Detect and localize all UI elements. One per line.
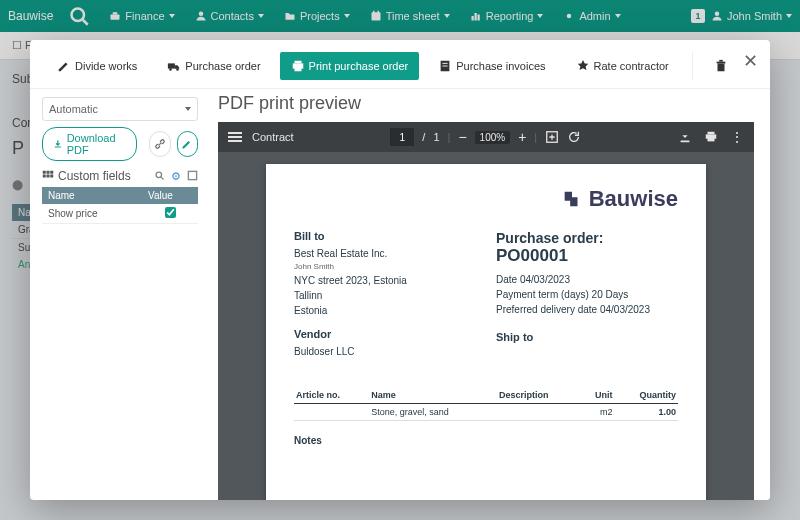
search-icon[interactable] <box>154 170 165 181</box>
purchase-invoices-button[interactable]: Purchase invoices <box>427 52 556 80</box>
rate-contractor-button[interactable]: Rate contractor <box>565 52 680 80</box>
custom-fields-table-head: Name Value <box>42 187 198 204</box>
pdf-viewer: Contract / 1 | − 100% + | <box>218 122 754 500</box>
po-number: PO00001 <box>496 246 678 266</box>
notes-heading: Notes <box>294 435 678 446</box>
pdf-logo: Bauwise <box>294 186 678 212</box>
svg-rect-22 <box>717 63 724 71</box>
collapse-icon[interactable] <box>187 170 198 181</box>
svg-rect-33 <box>188 171 196 179</box>
print-icon[interactable] <box>704 130 718 144</box>
edit-button[interactable] <box>177 131 198 157</box>
show-price-checkbox[interactable] <box>165 207 176 218</box>
svg-rect-35 <box>708 132 715 135</box>
svg-point-14 <box>170 68 173 71</box>
delete-button[interactable] <box>705 52 737 80</box>
sidebar: Automatic Download PDF <box>30 89 210 500</box>
bill-to-heading: Bill to <box>294 230 476 242</box>
chevron-down-icon <box>185 107 191 111</box>
custom-field-row: Show price <box>42 204 198 224</box>
vendor-heading: Vendor <box>294 328 476 340</box>
svg-rect-25 <box>43 171 46 174</box>
download-icon[interactable] <box>678 130 692 144</box>
grid-icon <box>42 170 54 182</box>
rotate-icon[interactable] <box>567 130 581 144</box>
link-button[interactable] <box>149 131 170 157</box>
more-icon[interactable]: ⋮ <box>730 129 744 145</box>
pencil-icon <box>57 59 71 73</box>
pdf-toolbar: Contract / 1 | − 100% + | <box>218 122 754 152</box>
pdf-page-container[interactable]: Bauwise Bill to Best Real Estate Inc. Jo… <box>218 152 754 500</box>
svg-rect-30 <box>50 175 53 178</box>
svg-point-31 <box>156 172 162 178</box>
close-icon[interactable]: ✕ <box>743 50 758 72</box>
svg-rect-26 <box>47 171 50 174</box>
truck-icon <box>167 59 181 73</box>
logo-icon <box>561 188 583 210</box>
zoom-out-icon[interactable]: − <box>458 129 466 145</box>
print-icon <box>291 59 305 73</box>
svg-rect-37 <box>708 137 715 141</box>
gear-icon[interactable]: ⚙ <box>171 170 181 183</box>
line-items-table: Article no. Name Description Unit Quanti… <box>294 387 678 421</box>
divide-works-button[interactable]: Divide works <box>46 52 148 80</box>
svg-rect-24 <box>719 60 723 62</box>
hamburger-icon[interactable] <box>228 132 242 142</box>
zoom-in-icon[interactable]: + <box>518 129 526 145</box>
table-row: Stone, gravel, sand m2 1.00 <box>294 404 678 421</box>
download-icon <box>53 138 63 150</box>
po-heading: Purchase order: <box>496 230 678 246</box>
pdf-zoom[interactable]: 100% <box>475 131 511 144</box>
svg-line-32 <box>161 176 164 179</box>
print-purchase-order-button[interactable]: Print purchase order <box>280 52 420 80</box>
svg-rect-28 <box>43 175 46 178</box>
svg-rect-13 <box>168 63 175 68</box>
pdf-doc-name: Contract <box>252 131 294 143</box>
modal-toolbar: Divide works Purchase order Print purcha… <box>30 40 770 89</box>
preview-title: PDF print preview <box>210 89 770 122</box>
purchase-order-button[interactable]: Purchase order <box>156 52 271 80</box>
link-icon <box>154 138 166 150</box>
mode-select[interactable]: Automatic <box>42 97 198 121</box>
svg-rect-29 <box>47 175 50 178</box>
pdf-page: Bauwise Bill to Best Real Estate Inc. Jo… <box>266 164 706 500</box>
svg-rect-18 <box>294 67 301 71</box>
trash-icon <box>714 59 728 73</box>
invoice-icon <box>438 59 452 73</box>
fit-page-icon[interactable] <box>545 130 559 144</box>
pdf-page-total: 1 <box>433 131 439 143</box>
modal-overlay: ✕ Divide works Purchase order Print purc… <box>0 0 800 520</box>
custom-field-name: Show price <box>42 205 142 222</box>
pdf-page-input[interactable] <box>390 128 414 146</box>
ship-to-heading: Ship to <box>496 331 678 343</box>
custom-fields-header: Custom fields ⚙ <box>42 169 198 183</box>
svg-rect-16 <box>294 61 301 64</box>
star-icon <box>576 59 590 73</box>
pencil-icon <box>181 138 193 150</box>
preview-pane: PDF print preview Contract / 1 | − <box>210 89 770 500</box>
svg-rect-27 <box>50 171 53 174</box>
modal: ✕ Divide works Purchase order Print purc… <box>30 40 770 500</box>
svg-rect-23 <box>716 62 725 64</box>
download-pdf-button[interactable]: Download PDF <box>42 127 137 161</box>
svg-point-15 <box>177 68 180 71</box>
